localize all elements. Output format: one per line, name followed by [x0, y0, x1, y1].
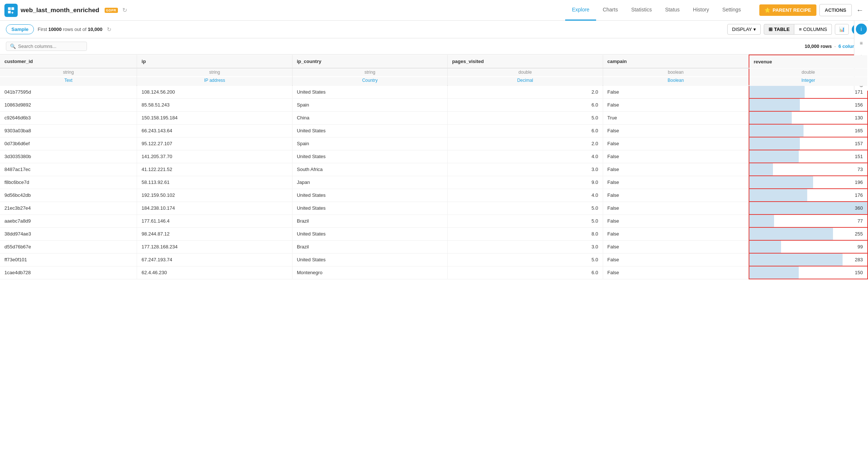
chart-mini-button[interactable]: 📊	[835, 24, 849, 35]
col-type-ip-country: string	[292, 69, 447, 77]
table-cell: 8.0	[448, 227, 603, 240]
back-button[interactable]: ←	[856, 6, 864, 14]
col-header-customer-id[interactable]: customer_id	[0, 55, 137, 68]
meaning-link-decimal[interactable]: Decimal	[517, 78, 533, 83]
table-cell: 66.243.143.64	[137, 124, 292, 137]
table-cell: 41.122.221.52	[137, 163, 292, 176]
table-row: f8bc6bce7d58.113.92.61Japan9.0False196	[0, 176, 868, 189]
table-row: 38dd974ae398.244.87.12United States8.0Fa…	[0, 227, 868, 240]
table-cell: False	[603, 202, 749, 214]
table-cell: c92646d6b3	[0, 111, 137, 124]
columns-button[interactable]: ≡ COLUMNS	[794, 24, 832, 35]
table-cell: True	[603, 111, 749, 124]
table-cell: 177.128.168.234	[137, 240, 292, 253]
table-cell: United States	[292, 150, 447, 163]
table-row: 1cae4db72862.4.46.230Montenegro6.0False1…	[0, 266, 868, 279]
top-nav: web_last_month_enriched GDPR ↻ Explore C…	[0, 0, 868, 21]
search-input[interactable]	[18, 43, 83, 49]
display-button[interactable]: DISPLAY ▾	[727, 24, 761, 35]
meaning-link-boolean[interactable]: Boolean	[668, 78, 684, 83]
table-cell: 2.0	[448, 86, 603, 98]
table-cell: United States	[292, 189, 447, 202]
table-cell: 130	[749, 111, 868, 124]
col-meaning-revenue: Integer	[749, 77, 868, 86]
table-cell: 192.159.50.102	[137, 189, 292, 202]
tab-status[interactable]: Status	[658, 0, 686, 21]
table-cell: 5.0	[448, 111, 603, 124]
table-row: 21ec3b27e4184.238.10.174United States5.0…	[0, 202, 868, 214]
table-cell: False	[603, 163, 749, 176]
view-toggle: ⊞ TABLE ≡ COLUMNS	[764, 24, 832, 35]
table-cell: 041b77595d	[0, 86, 137, 98]
col-meaning-ip: IP address	[137, 77, 292, 86]
table-cell: False	[603, 86, 749, 98]
table-cell: 1cae4db728	[0, 266, 137, 279]
dataset-name: web_last_month_enriched	[21, 7, 99, 14]
table-row: d55d76b67e177.128.168.234Brazil3.0False9…	[0, 240, 868, 253]
parent-recipe-button[interactable]: ⭐ PARENT RECIPE	[759, 4, 816, 16]
table-cell: 6.0	[448, 266, 603, 279]
table-cell: False	[603, 98, 749, 111]
table-cell: 283	[749, 253, 868, 266]
col-header-ip-country[interactable]: ip_country	[292, 55, 447, 68]
table-cell: ff73e0f101	[0, 253, 137, 266]
sample-button[interactable]: Sample	[6, 24, 34, 34]
table-cell: 150.158.195.184	[137, 111, 292, 124]
table-cell: 73	[749, 163, 868, 176]
tab-settings[interactable]: Settings	[715, 0, 748, 21]
tab-history[interactable]: History	[686, 0, 716, 21]
meaning-link-ip[interactable]: IP address	[204, 78, 225, 83]
table-cell: Brazil	[292, 240, 447, 253]
table-view-button[interactable]: ⊞ TABLE	[764, 24, 794, 35]
table-cell: 8487ac17ec	[0, 163, 137, 176]
table-cell: f8bc6bce7d	[0, 176, 137, 189]
tab-statistics[interactable]: Statistics	[624, 0, 658, 21]
table-cell: 2.0	[448, 137, 603, 150]
col-header-revenue[interactable]: revenue	[749, 55, 868, 68]
table-cell: 360	[749, 202, 868, 214]
col-header-pages-visited[interactable]: pages_visited	[448, 55, 603, 68]
table-cell: 0d73b6d6ef	[0, 137, 137, 150]
table-cell: 157	[749, 137, 868, 150]
table-cell: 165	[749, 124, 868, 137]
col-header-ip[interactable]: ip	[137, 55, 292, 68]
col-header-campain[interactable]: campain	[603, 55, 749, 68]
meaning-link-integer[interactable]: Integer	[801, 77, 815, 83]
actions-button[interactable]: ACTIONS	[819, 4, 852, 16]
table-row: aaebc7a8d9177.61.146.4Brazil5.0False77	[0, 214, 868, 227]
table-cell: 4.0	[448, 150, 603, 163]
sync-icon[interactable]: ↻	[122, 7, 127, 14]
table-cell: 21ec3b27e4	[0, 202, 137, 214]
table-cell: False	[603, 266, 749, 279]
side-icon-info[interactable]: i	[856, 24, 867, 35]
side-icon-list[interactable]: ≡	[856, 38, 867, 49]
table-cell: False	[603, 227, 749, 240]
table-cell: Brazil	[292, 214, 447, 227]
col-type-campain: boolean	[603, 69, 749, 77]
table-cell: 9d56bc42db	[0, 189, 137, 202]
table-cell: 9.0	[448, 176, 603, 189]
refresh-icon[interactable]: ↻	[107, 26, 112, 33]
tab-explore[interactable]: Explore	[565, 0, 596, 21]
table-cell: 5.0	[448, 253, 603, 266]
table-row: 9d56bc42db192.159.50.102United States4.0…	[0, 189, 868, 202]
table-row: 041b77595d108.124.56.200United States2.0…	[0, 86, 868, 98]
col-type-pages-visited: double	[448, 69, 603, 77]
tab-charts[interactable]: Charts	[596, 0, 624, 21]
table-cell: False	[603, 214, 749, 227]
meaning-link-text[interactable]: Text	[64, 78, 73, 83]
table-cell: Spain	[292, 137, 447, 150]
meaning-link-country[interactable]: Country	[362, 78, 378, 83]
table-cell: 5.0	[448, 202, 603, 214]
table-cell: 95.122.27.107	[137, 137, 292, 150]
col-type-ip: string	[137, 69, 292, 77]
gdpr-badge: GDPR	[105, 8, 118, 13]
data-table: customer_id ip ip_country pages_visited …	[0, 55, 868, 279]
table-cell: False	[603, 189, 749, 202]
table-cell: False	[603, 253, 749, 266]
table-cell: South Africa	[292, 163, 447, 176]
table-cell: 151	[749, 150, 868, 163]
table-cell: 3.0	[448, 240, 603, 253]
table-cell: 150	[749, 266, 868, 279]
app-icon[interactable]	[4, 4, 18, 17]
